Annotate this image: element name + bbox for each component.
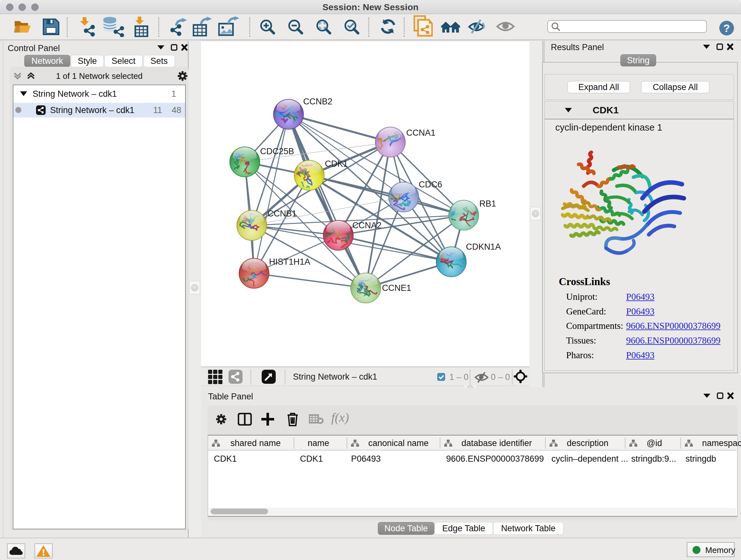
- svg-text:CDKN1A: CDKN1A: [466, 242, 501, 252]
- svg-text:CDK1: CDK1: [325, 159, 348, 169]
- svg-text:CCNA2: CCNA2: [352, 221, 382, 230]
- svg-text:CCNA1: CCNA1: [406, 128, 435, 138]
- svg-text:CCNB2: CCNB2: [303, 97, 333, 106]
- svg-text:HIST1H1A: HIST1H1A: [269, 257, 310, 266]
- svg-text:RB1: RB1: [479, 199, 496, 208]
- svg-text:CDC25B: CDC25B: [260, 146, 294, 156]
- svg-text:CDC6: CDC6: [419, 180, 442, 189]
- svg-text:CCNE1: CCNE1: [382, 283, 411, 293]
- svg-text:CCNB1: CCNB1: [267, 209, 297, 219]
